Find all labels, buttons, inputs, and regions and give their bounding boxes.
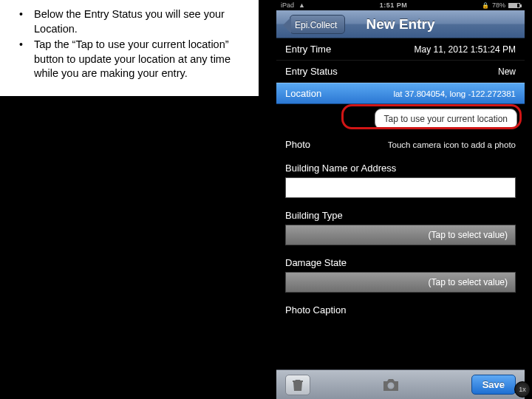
entry-time-label: Entry Time [285, 44, 331, 55]
clock: 1:51 PM [380, 1, 408, 9]
photo-label: Photo [285, 139, 310, 150]
use-current-location-button[interactable]: Tap to use your current location [375, 109, 517, 129]
location-value: lat 37.804054, long -122.272381 [393, 89, 516, 98]
entry-status-label: Entry Status [285, 66, 338, 77]
select-placeholder: (Tap to select value) [429, 230, 508, 240]
damage-state-label: Damage State [276, 250, 525, 272]
device-label: iPad ▲ [281, 1, 305, 9]
form-content: Entry Time May 11, 2012 1:51:24 PM Entry… [276, 38, 525, 319]
bottom-toolbar: Save [276, 369, 525, 399]
ipad-screenshot: iPad ▲ 1:51 PM 🔒 78% Epi.Collect New Ent… [276, 0, 525, 399]
building-name-label: Building Name or Address [276, 155, 525, 177]
location-row: Location lat 37.804054, long -122.272381 [276, 83, 525, 104]
chevron-left-icon [283, 17, 291, 33]
building-type-label: Building Type [276, 202, 525, 225]
wifi-icon: ▲ [299, 1, 305, 9]
nav-bar: Epi.Collect New Entry [276, 10, 525, 38]
entry-status-value: New [498, 66, 516, 77]
lock-icon: 🔒 [482, 2, 489, 9]
location-button-row: Tap to use your current location [276, 104, 525, 134]
entry-time-value: May 11, 2012 1:51:24 PM [415, 44, 516, 55]
damage-state-select[interactable]: (Tap to select value) [285, 272, 516, 293]
status-bar: iPad ▲ 1:51 PM 🔒 78% [276, 0, 525, 10]
camera-icon [381, 378, 400, 392]
save-button[interactable]: Save [471, 375, 516, 395]
location-label: Location [285, 88, 321, 99]
battery-icon [508, 3, 520, 8]
instruction-item: Tap the “Tap to use your current locatio… [18, 38, 254, 81]
photo-hint: Touch camera icon to add a photo [388, 140, 516, 149]
trash-icon [292, 378, 304, 392]
camera-button[interactable] [378, 375, 403, 395]
instruction-panel: Below the Entry Status you will see your… [0, 0, 259, 96]
entry-status-row: Entry Status New [276, 61, 525, 83]
zoom-indicator[interactable]: 1x [514, 381, 531, 398]
select-placeholder: (Tap to select value) [429, 277, 508, 287]
entry-time-row: Entry Time May 11, 2012 1:51:24 PM [276, 38, 525, 61]
svg-point-0 [389, 383, 392, 387]
building-type-select[interactable]: (Tap to select value) [285, 225, 516, 245]
building-name-input[interactable] [285, 177, 516, 198]
back-button[interactable]: Epi.Collect [290, 15, 345, 34]
battery-percent: 78% [492, 1, 505, 9]
delete-button[interactable] [285, 375, 310, 395]
photo-caption-label: Photo Caption [276, 297, 525, 319]
instruction-item: Below the Entry Status you will see your… [18, 7, 254, 36]
back-label: Epi.Collect [295, 20, 337, 30]
photo-row: Photo Touch camera icon to add a photo [276, 134, 525, 155]
